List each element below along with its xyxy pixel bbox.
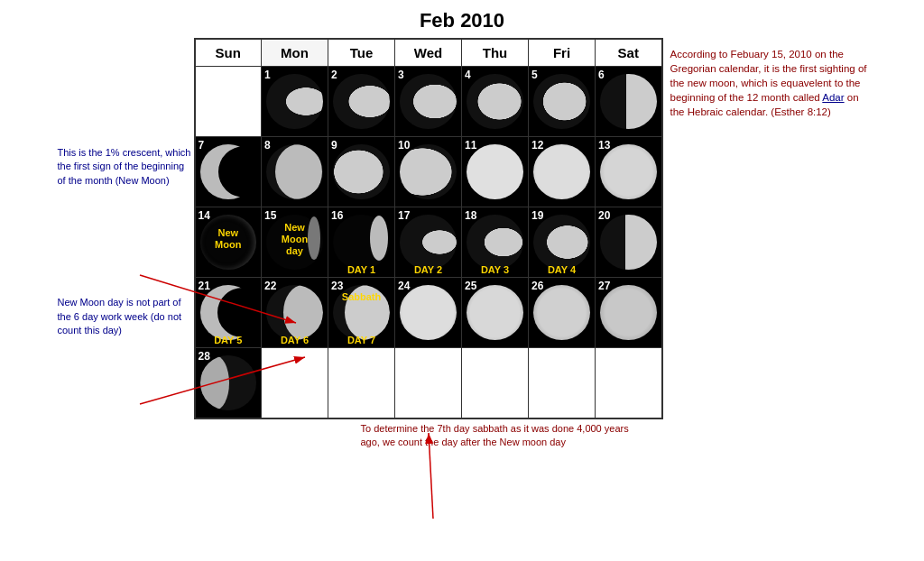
table-cell-25: 25: [462, 278, 529, 348]
moon-phase-12: [533, 144, 590, 199]
calendar-table: Sun Mon Tue Wed Thu Fri Sat 1: [194, 38, 663, 419]
moon-phase-26: [533, 285, 590, 340]
header-wed: Wed: [395, 39, 462, 67]
table-cell-6: 6: [596, 67, 662, 137]
table-cell-empty: [596, 348, 662, 418]
moon-phase-11: [467, 144, 523, 199]
moon-phase-27: [600, 285, 657, 340]
new-moon-label: NewMoon: [196, 227, 262, 251]
table-cell-16: 16 DAY 1: [328, 207, 395, 278]
page-title: Feb 2010: [0, 9, 924, 32]
table-cell-8: 8: [262, 137, 328, 207]
table-cell-12: 12: [529, 137, 596, 207]
table-row: 7 8 9: [195, 137, 662, 207]
moon-phase-18: [467, 215, 523, 270]
moon-phase-1: [266, 74, 323, 129]
table-cell-4: 4: [462, 67, 529, 137]
moon-phase-22: [266, 285, 323, 340]
sabbath-label: Sabbath: [328, 291, 394, 302]
calendar-wrapper: Sun Mon Tue Wed Thu Fri Sat 1: [194, 38, 663, 449]
table-cell-10: 10: [395, 137, 462, 207]
moon-phase-20: [600, 215, 657, 270]
moon-phase-7: [200, 144, 257, 199]
moon-phase-3: [400, 74, 457, 129]
table-cell-27: 27: [596, 278, 662, 348]
table-cell-3: 3: [395, 67, 462, 137]
table-row: 1 2 3 4: [195, 67, 662, 137]
page-container: Feb 2010 This is the 1% crescent, which …: [0, 0, 924, 561]
table-cell-20: 20: [596, 207, 662, 278]
moon-phase-10: [400, 144, 457, 199]
moon-phase-5: [533, 74, 590, 129]
moon-phase-13: [600, 144, 657, 199]
moon-phase-4: [467, 74, 523, 129]
table-cell-empty: [262, 348, 328, 418]
table-row: 28: [195, 348, 662, 418]
table-cell-21: 21 DAY 5: [195, 278, 262, 348]
table-row: 14 NewMoon 15 NewMoonday 16 DAY 1: [195, 207, 662, 278]
moon-phase-6: [600, 74, 657, 129]
day-label-2: DAY 2: [395, 264, 461, 275]
table-row: 21 DAY 5 22 DAY 6 23: [195, 278, 662, 348]
day-label-5: DAY 5: [196, 335, 262, 345]
day-label-7: DAY 7: [328, 335, 394, 345]
table-cell-7: 7: [195, 137, 262, 207]
table-cell-1: 1: [262, 67, 328, 137]
new-moon-day-label: NewMoonday: [262, 222, 328, 258]
header-sat: Sat: [596, 39, 662, 67]
table-cell-5: 5: [529, 67, 596, 137]
day-label-6: DAY 6: [262, 335, 328, 345]
day-label-1: DAY 1: [328, 264, 394, 275]
table-cell-11: 11: [462, 137, 529, 207]
calendar-header-row: Sun Mon Tue Wed Thu Fri Sat: [195, 39, 662, 67]
adar-link: Adar: [822, 92, 844, 103]
table-cell-24: 24: [395, 278, 462, 348]
table-cell-empty: [195, 67, 262, 137]
moon-phase-17: [400, 215, 457, 270]
table-cell-15: 15 NewMoonday: [262, 207, 328, 278]
header-sun: Sun: [195, 39, 262, 67]
moon-phase-8: [266, 144, 323, 199]
table-cell-17: 17 DAY 2: [395, 207, 462, 278]
day-label-3: DAY 3: [462, 264, 528, 275]
moon-phase-9: [333, 144, 390, 199]
table-cell-empty: [462, 348, 529, 418]
moon-phase-25: [467, 285, 523, 340]
table-cell-26: 26: [529, 278, 596, 348]
left-annotations: This is the 1% crescent, which the first…: [54, 38, 194, 337]
table-cell-13: 13: [596, 137, 662, 207]
table-cell-18: 18 DAY 3: [462, 207, 529, 278]
header-fri: Fri: [529, 39, 596, 67]
header-mon: Mon: [262, 39, 328, 67]
table-cell-28: 28: [195, 348, 262, 418]
table-cell-23: 23 Sabbath DAY 7: [328, 278, 395, 348]
moon-phase-21: [200, 285, 257, 340]
header-tue: Tue: [328, 39, 395, 67]
table-cell-empty: [395, 348, 462, 418]
table-cell-empty: [529, 348, 596, 418]
right-annotation: According to Febuary 15, 2010 on the Gre…: [663, 38, 871, 119]
table-cell-22: 22 DAY 6: [262, 278, 328, 348]
moon-phase-2: [333, 74, 390, 129]
table-cell-empty: [328, 348, 395, 418]
moon-phase-28: [200, 355, 257, 410]
bottom-annotation: To determine the 7th day sabbath as it w…: [361, 422, 650, 450]
moon-phase-24: [400, 285, 457, 340]
table-cell-2: 2: [328, 67, 395, 137]
table-cell-19: 19 DAY 4: [529, 207, 596, 278]
day-label-4: DAY 4: [529, 264, 595, 275]
table-cell-9: 9: [328, 137, 395, 207]
table-cell-14: 14 NewMoon: [195, 207, 262, 278]
main-area: This is the 1% crescent, which the first…: [0, 38, 924, 449]
left-annotation-2: New Moon day is not part of the 6 day wo…: [58, 296, 194, 337]
left-annotation-1: This is the 1% crescent, which the first…: [58, 146, 194, 188]
moon-phase-16: [333, 215, 390, 270]
moon-phase-19: [533, 215, 590, 270]
header-thu: Thu: [462, 39, 529, 67]
